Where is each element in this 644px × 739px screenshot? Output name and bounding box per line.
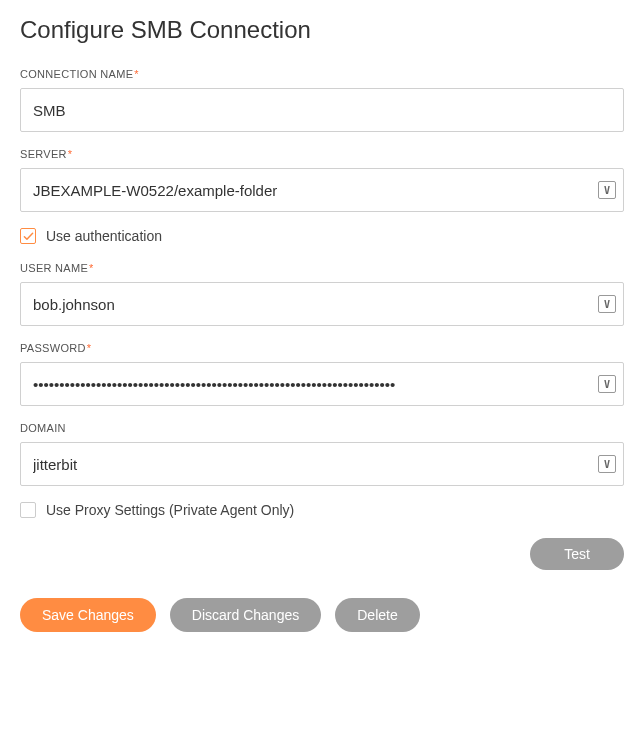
domain-group: DOMAIN V [20, 422, 624, 486]
required-marker: * [134, 68, 139, 80]
server-group: SERVER* V [20, 148, 624, 212]
variable-icon[interactable]: V [598, 181, 616, 199]
username-group: USER NAME* V [20, 262, 624, 326]
password-label-text: PASSWORD [20, 342, 86, 354]
variable-icon[interactable]: V [598, 375, 616, 393]
connection-name-input-wrapper [20, 88, 624, 132]
required-marker: * [89, 262, 94, 274]
password-group: PASSWORD* V [20, 342, 624, 406]
page-title: Configure SMB Connection [20, 16, 624, 44]
variable-icon[interactable]: V [598, 295, 616, 313]
server-input-wrapper: V [20, 168, 624, 212]
connection-name-input[interactable] [20, 88, 624, 132]
username-input-wrapper: V [20, 282, 624, 326]
use-proxy-label: Use Proxy Settings (Private Agent Only) [46, 502, 294, 518]
checkbox-checked-icon [20, 228, 36, 244]
server-label-text: SERVER [20, 148, 67, 160]
required-marker: * [68, 148, 73, 160]
discard-button[interactable]: Discard Changes [170, 598, 321, 632]
server-input[interactable] [20, 168, 624, 212]
username-label-text: USER NAME [20, 262, 88, 274]
server-label: SERVER* [20, 148, 624, 160]
connection-name-label-text: CONNECTION NAME [20, 68, 133, 80]
password-input[interactable] [20, 362, 624, 406]
domain-input-wrapper: V [20, 442, 624, 486]
domain-label-text: DOMAIN [20, 422, 66, 434]
use-proxy-checkbox[interactable]: Use Proxy Settings (Private Agent Only) [20, 502, 624, 518]
username-input[interactable] [20, 282, 624, 326]
test-button[interactable]: Test [530, 538, 624, 570]
password-label: PASSWORD* [20, 342, 624, 354]
connection-name-label: CONNECTION NAME* [20, 68, 624, 80]
action-button-row: Save Changes Discard Changes Delete [20, 598, 624, 632]
variable-icon[interactable]: V [598, 455, 616, 473]
test-button-row: Test [20, 538, 624, 570]
save-button[interactable]: Save Changes [20, 598, 156, 632]
domain-label: DOMAIN [20, 422, 624, 434]
password-input-wrapper: V [20, 362, 624, 406]
use-auth-label: Use authentication [46, 228, 162, 244]
checkbox-unchecked-icon [20, 502, 36, 518]
domain-input[interactable] [20, 442, 624, 486]
use-auth-checkbox[interactable]: Use authentication [20, 228, 624, 244]
connection-name-group: CONNECTION NAME* [20, 68, 624, 132]
required-marker: * [87, 342, 92, 354]
delete-button[interactable]: Delete [335, 598, 419, 632]
username-label: USER NAME* [20, 262, 624, 274]
